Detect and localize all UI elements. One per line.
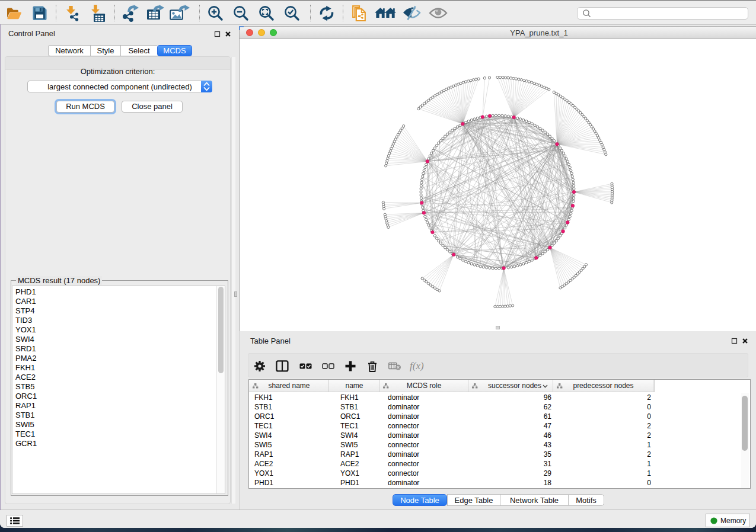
svg-text:f(x): f(x) xyxy=(410,360,424,371)
